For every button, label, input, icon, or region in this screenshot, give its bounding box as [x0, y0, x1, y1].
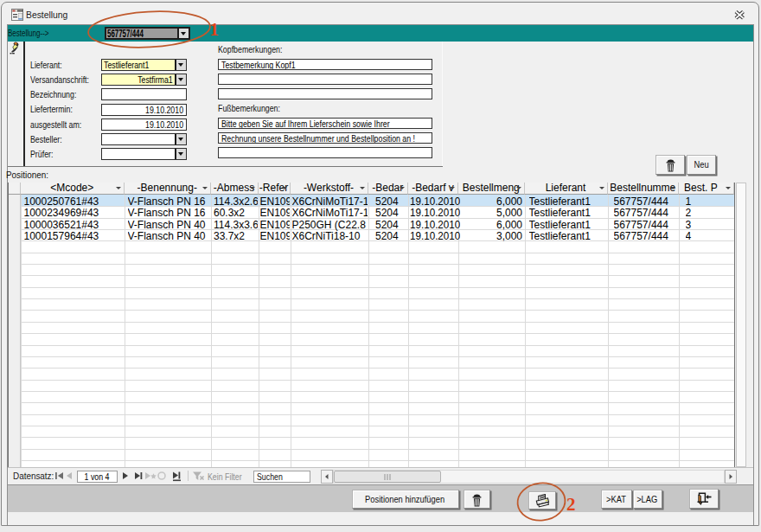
svg-text:1: 1: [210, 19, 220, 40]
svg-text:2: 2: [566, 494, 576, 515]
